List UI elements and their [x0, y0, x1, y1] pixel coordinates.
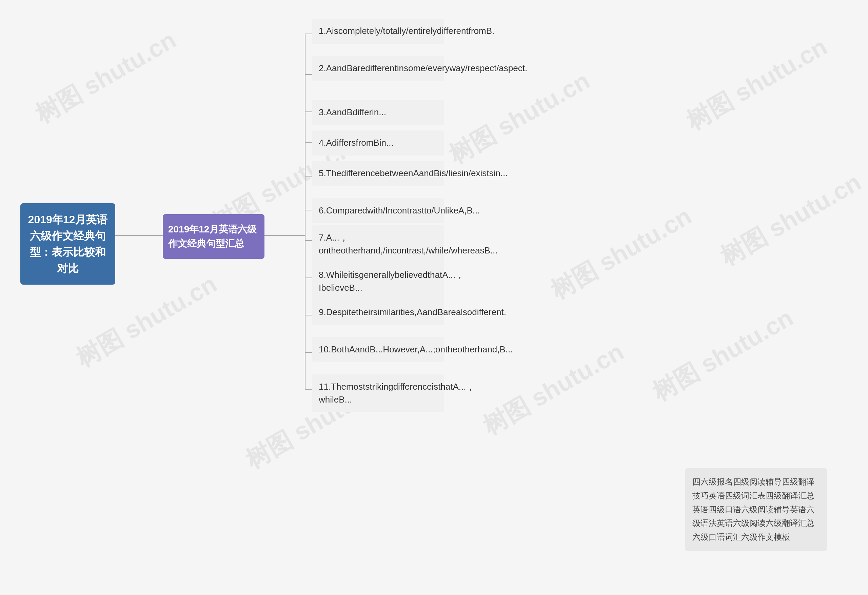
- sidebar-label: 四六级报名四级阅读辅导四级翻译技巧英语四级词汇表四级翻译汇总英语四级口语六级阅读…: [692, 477, 815, 542]
- watermark-5: 树图 shutu.cn: [443, 64, 596, 171]
- branch-node-3: 3.AandBdifferin...: [312, 100, 444, 125]
- branch-label-3: 3.AandBdifferin...: [319, 107, 386, 117]
- branch-label-4: 4.AdiffersfromBin...: [319, 138, 394, 148]
- watermark-9: 树图 shutu.cn: [714, 166, 867, 273]
- root-node: 2019年12月英语六级作文经典句型：表示比较和对比: [20, 203, 115, 285]
- branch-node-2: 2.AandBaredifferentinsome/everyway/respe…: [312, 56, 444, 81]
- branch-node-1: 1.Aiscompletely/totally/entirelydifferen…: [312, 19, 444, 44]
- watermark-8: 树图 shutu.cn: [681, 31, 833, 137]
- branch-node-5: 5.ThedifferencebetweenAandBis/liesin/exi…: [312, 161, 444, 186]
- branch-node-4: 4.AdiffersfromBin...: [312, 130, 444, 156]
- branch-node-11: 11.ThemoststrikingdifferenceisthatA...，w…: [312, 374, 444, 412]
- branch-node-7: 7.A...，ontheotherhand,/incontrast,/while…: [312, 225, 444, 263]
- watermark-1: 树图 shutu.cn: [30, 24, 182, 130]
- mid-label: 2019年12月英语六级作文经典句型汇总: [168, 224, 257, 249]
- branch-label-9: 9.Despitetheirsimilarities,AandBarealsod…: [319, 307, 506, 317]
- branch-node-6: 6.Comparedwith/Incontrastto/UnlikeA,B...: [312, 198, 444, 223]
- branch-label-7: 7.A...，ontheotherhand,/incontrast,/while…: [319, 233, 498, 255]
- branch-label-11: 11.ThemoststrikingdifferenceisthatA...，w…: [319, 381, 475, 405]
- branch-label-8: 8.WhileitisgenerallybelievedthatA...，Ibe…: [319, 270, 464, 293]
- sidebar-info: 四六级报名四级阅读辅导四级翻译技巧英语四级词汇表四级翻译汇总英语四级口语六级阅读…: [685, 468, 827, 551]
- watermark-6: 树图 shutu.cn: [545, 200, 697, 307]
- branch-label-1: 1.Aiscompletely/totally/entirelydifferen…: [319, 26, 495, 36]
- branch-label-6: 6.Comparedwith/Incontrastto/UnlikeA,B...: [319, 205, 480, 215]
- branch-node-8: 8.WhileitisgenerallybelievedthatA...，Ibe…: [312, 263, 444, 300]
- mid-node: 2019年12月英语六级作文经典句型汇总: [163, 214, 264, 259]
- branch-node-9: 9.Despitetheirsimilarities,AandBarealsod…: [312, 300, 444, 325]
- branch-label-2: 2.AandBaredifferentinsome/everyway/respe…: [319, 63, 527, 73]
- branch-label-10: 10.BothAandB...However,A...;ontheotherha…: [319, 344, 513, 355]
- watermark-10: 树图 shutu.cn: [647, 302, 799, 408]
- branch-node-10: 10.BothAandB...However,A...;ontheotherha…: [312, 337, 444, 362]
- branch-label-5: 5.ThedifferencebetweenAandBis/liesin/exi…: [319, 168, 508, 178]
- root-label: 2019年12月英语六级作文经典句型：表示比较和对比: [28, 214, 108, 274]
